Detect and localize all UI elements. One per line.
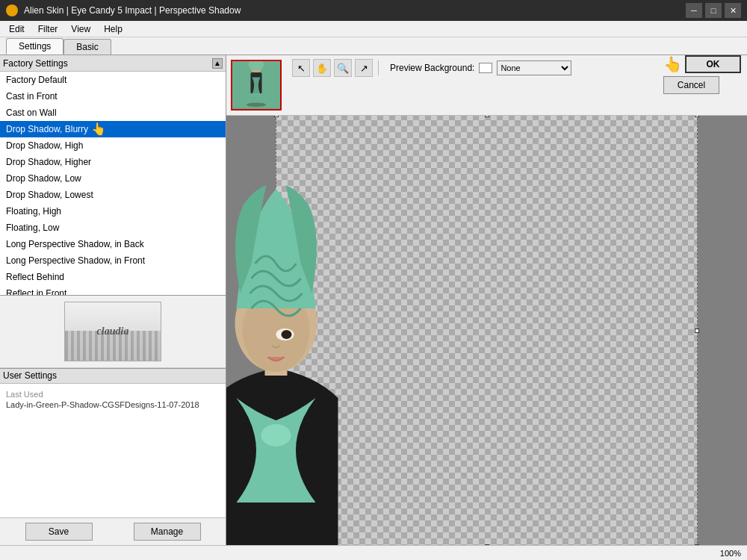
canvas-inner (276, 116, 698, 545)
bottom-buttons: Save Manage (0, 517, 226, 545)
menu-help[interactable]: Help (98, 22, 128, 36)
hand-tool-button[interactable]: ✋ (313, 59, 331, 77)
user-settings-title: User Settings (3, 370, 57, 381)
tabs-bar: Settings Basic (0, 37, 747, 55)
preset-item-long-perspective-back[interactable]: Long Perspective Shadow, in Back (0, 236, 226, 252)
preset-item-reflect-in-front[interactable]: Reflect in Front (0, 285, 226, 295)
presets-collapse-btn[interactable]: ▲ (212, 58, 223, 69)
menu-bar: Edit Filter View Help (0, 21, 747, 37)
last-used-value: Lady-in-Green-P-Shadow-CGSFDesigns-11-07… (6, 400, 220, 409)
preset-item-drop-shadow-higher[interactable]: Drop Shadow, Higher (0, 154, 226, 170)
svg-point-6 (261, 424, 291, 447)
status-bar: 100% (0, 545, 747, 560)
handle-top-right[interactable] (695, 116, 699, 117)
cancel-button[interactable]: Cancel (663, 76, 719, 94)
menu-filter[interactable]: Filter (32, 22, 64, 36)
preset-item-factory-default[interactable]: Factory Default (0, 72, 226, 88)
zoom-out-button[interactable]: 🔍 (334, 59, 352, 77)
svg-point-5 (247, 102, 266, 107)
preview-bg-select[interactable]: NoneWhiteBlackGrayCustom (497, 60, 571, 75)
preset-item-drop-shadow-high[interactable]: Drop Shadow, High (0, 137, 226, 154)
thumbnail-svg (232, 60, 280, 109)
presets-panel: Factory Settings ▲ Factory DefaultCast i… (0, 55, 226, 296)
preset-item-cast-on-wall[interactable]: Cast on Wall (0, 105, 226, 121)
save-button[interactable]: Save (25, 523, 93, 541)
manage-button[interactable]: Manage (134, 523, 201, 541)
minimize-button[interactable]: ─ (686, 3, 702, 18)
cursor-tool-button[interactable]: ↗ (355, 59, 373, 77)
maximize-button[interactable]: □ (705, 3, 722, 18)
preset-item-long-perspective-front[interactable]: Long Perspective Shadow, in Front (0, 252, 226, 269)
preset-item-reflect-behind[interactable]: Reflect Behind (0, 269, 226, 285)
preset-item-cast-in-front[interactable]: Cast in Front (0, 88, 226, 105)
user-settings-header: User Settings (0, 369, 226, 384)
left-panel: Factory Settings ▲ Factory DefaultCast i… (0, 55, 226, 545)
tab-settings[interactable]: Settings (6, 38, 63, 55)
preview-bg-section: Preview Background: NoneWhiteBlackGrayCu… (390, 60, 571, 75)
selected-preset-arrow-icon: 👆 (91, 122, 106, 136)
user-settings-content: Last Used Lady-in-Green-P-Shadow-CGSFDes… (0, 384, 226, 517)
preview-thumbnail (231, 60, 282, 111)
handle-bottom-right[interactable] (695, 544, 699, 546)
presets-header: Factory Settings ▲ (0, 55, 226, 72)
arrow-tool-button[interactable]: ↖ (292, 59, 310, 77)
svg-point-11 (282, 330, 292, 339)
preset-item-floating-high[interactable]: Floating, High (0, 203, 226, 220)
preset-list: Factory DefaultCast in FrontCast on Wall… (0, 72, 226, 295)
canvas-area (226, 116, 747, 545)
preset-item-drop-shadow-blurry[interactable]: Drop Shadow, Blurry👆 (0, 121, 226, 137)
preset-item-floating-low[interactable]: Floating, Low (0, 220, 226, 236)
tab-basic[interactable]: Basic (63, 39, 111, 55)
toolbar-separator (378, 60, 379, 75)
presets-list-container[interactable]: Factory DefaultCast in FrontCast on Wall… (0, 72, 226, 295)
ok-button[interactable]: OK (685, 55, 741, 73)
preview-bg-color-swatch[interactable] (479, 63, 492, 73)
last-used-label: Last Used (6, 390, 220, 399)
shadow-thumbnail: claudia (64, 302, 161, 361)
ok-cancel-area: 👆 OK Cancel (663, 55, 741, 94)
thumbnail-panel-area (226, 55, 286, 115)
presets-title: Factory Settings (3, 58, 68, 69)
title-text: Alien Skin | Eye Candy 5 Impact | Perspe… (24, 5, 241, 16)
menu-view[interactable]: View (65, 22, 96, 36)
main-layout: Factory Settings ▲ Factory DefaultCast i… (0, 55, 747, 545)
preset-item-drop-shadow-low[interactable]: Drop Shadow, Low (0, 170, 226, 187)
preset-item-drop-shadow-lowest[interactable]: Drop Shadow, Lowest (0, 187, 226, 203)
user-settings-panel: User Settings Last Used Lady-in-Green-P-… (0, 368, 226, 517)
woman-figure-svg (226, 116, 487, 545)
title-controls: ─ □ ✕ (686, 3, 741, 18)
handle-right-mid[interactable] (695, 329, 699, 333)
shadow-thumbnail-text: claudia (97, 326, 129, 337)
title-bar-left: Alien Skin | Eye Candy 5 Impact | Perspe… (6, 4, 241, 16)
app-icon (6, 4, 18, 16)
close-button[interactable]: ✕ (725, 3, 741, 18)
preview-bg-label: Preview Background: (390, 63, 474, 73)
menu-edit[interactable]: Edit (3, 22, 31, 36)
shadow-thumbnail-area: claudia (0, 296, 226, 368)
ok-arrow-icon: 👆 (663, 55, 682, 73)
canvas-wrapper (226, 116, 747, 545)
zoom-level: 100% (720, 549, 741, 558)
title-bar: Alien Skin | Eye Candy 5 Impact | Perspe… (0, 0, 747, 21)
right-panel: ↖ ✋ 🔍 ↗ Preview Background: NoneWhiteBla… (226, 55, 747, 545)
